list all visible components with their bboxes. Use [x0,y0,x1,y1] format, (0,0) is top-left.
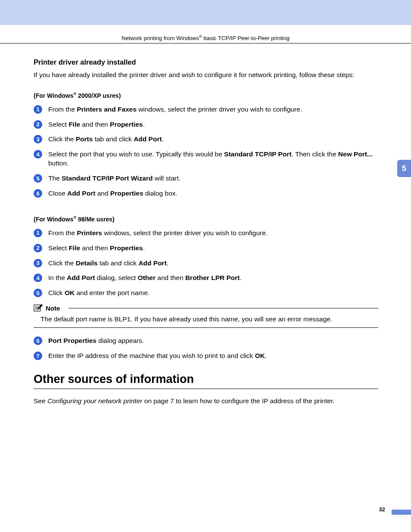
step-number-bullet: 4 [34,274,42,282]
note-label: Note [46,305,60,312]
step-number-bullet: 5 [34,174,42,183]
chapter-number: 5 [402,164,406,173]
step-item: 5The Standard TCP/IP Port Wizard will st… [34,174,378,183]
note-underline [34,327,378,328]
step-number-bullet: 1 [34,229,42,237]
steps-win98me-rest: 6Port Properties dialog appears.7Enter t… [34,336,378,361]
step-item: 4Select the port that you wish to use. T… [34,150,378,168]
step-item: 3Click the Details tab and click Add Por… [34,259,378,268]
other-sources-text: See Configuring your network printer on … [34,397,378,406]
step-number-bullet: 6 [34,336,42,345]
step-text: Close Add Port and Properties dialog box… [48,189,177,198]
header-after: basic TCP/IP Peer-to-Peer printing [202,35,290,41]
step-text: Enter the IP address of the machine that… [48,352,267,361]
note-box: Note The default port name is BLP1. If y… [34,304,378,328]
header-underline [0,43,411,44]
other-sources-heading: Other sources of information [34,373,378,386]
steps-win2000xp: 1From the Printers and Faxes windows, se… [34,105,378,198]
step-item: 4In the Add Port dialog, select Other an… [34,274,378,283]
page-number-strip [392,510,411,515]
step-text: Click the Details tab and click Add Port… [48,259,168,268]
step-text: Port Properties dialog appears. [48,336,144,345]
step-text: In the Add Port dialog, select Other and… [48,274,242,283]
chapter-tab: 5 [397,160,411,177]
step-item: 7Enter the IP address of the machine tha… [34,352,378,361]
step-number-bullet: 5 [34,289,42,297]
header-before: Network printing from Windows [121,35,199,41]
section-intro: If you have already installed the printe… [34,71,378,80]
step-item: 5Click OK and enter the port name. [34,289,378,298]
step-text: Click OK and enter the port name. [48,289,149,298]
section-title: Printer driver already installed [34,58,378,66]
step-text: From the Printers windows, select the pr… [48,229,268,238]
step-item: 3Click the Ports tab and click Add Port. [34,135,378,144]
page-number: 32 [379,506,385,513]
note-body: The default port name is BLP1. If you ha… [40,315,378,324]
step-number-bullet: 3 [34,259,42,268]
step-number-bullet: 2 [34,244,42,252]
step-number-bullet: 2 [34,120,42,129]
step-item: 6Close Add Port and Properties dialog bo… [34,189,378,198]
step-number-bullet: 4 [34,150,42,159]
step-number-bullet: 7 [34,352,42,360]
note-header: Note [34,304,378,312]
step-text: The Standard TCP/IP Port Wizard will sta… [48,174,181,183]
step-text: Select File and then Properties. [48,120,145,129]
steps-win98me-first: 1From the Printers windows, select the p… [34,229,378,298]
cross-ref-italic: Configuring your network printer [47,397,143,404]
step-text: Select File and then Properties. [48,244,145,253]
top-band [0,0,411,25]
step-item: 6Port Properties dialog appears. [34,336,378,345]
subhead-win98me: (For Windows® 98/Me usres) [34,215,378,223]
step-number-bullet: 6 [34,189,42,198]
step-text: Click the Ports tab and click Add Port. [48,135,164,144]
page-content: Printer driver already installed If you … [34,58,378,406]
step-item: 2Select File and then Properties. [34,244,378,253]
subhead-win2000xp: (For Windows® 2000/XP usres) [34,92,378,99]
step-text: Select the port that you wish to use. Ty… [48,150,378,168]
step-item: 1From the Printers windows, select the p… [34,229,378,238]
registered-mark: ® [199,34,202,39]
step-number-bullet: 3 [34,135,42,143]
step-item: 2Select File and then Properties. [34,120,378,129]
pencil-note-icon [34,304,43,312]
running-header: Network printing from Windows® basic TCP… [0,34,411,41]
step-item: 1From the Printers and Faxes windows, se… [34,105,378,114]
other-sources-underline [34,389,378,389]
note-head-line [68,308,378,308]
step-number-bullet: 1 [34,105,42,114]
step-text: From the Printers and Faxes windows, sel… [48,105,302,114]
